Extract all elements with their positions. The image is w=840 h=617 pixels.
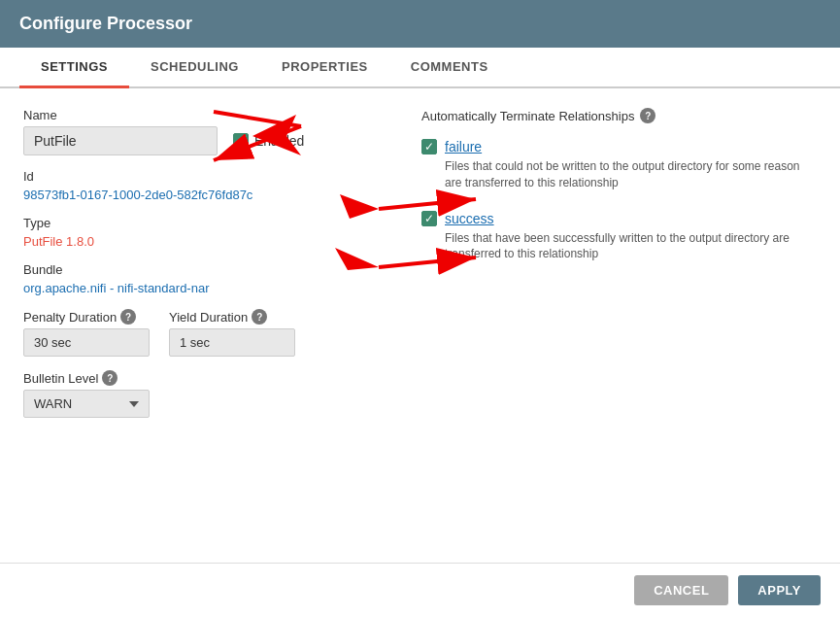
success-description: Files that have been successfully writte… [445, 230, 817, 263]
chevron-down-icon [129, 401, 139, 407]
enabled-checkbox[interactable]: ✓ [233, 133, 249, 149]
bulletin-level-select[interactable]: WARN [23, 390, 150, 418]
yield-duration-label: Yield Duration ? [169, 309, 295, 325]
dialog-body: Name ✓ Enabled Id 98573fb1-0167-1000-2de… [0, 88, 840, 563]
id-label: Id [23, 169, 392, 184]
success-checkbox[interactable]: ✓ [421, 211, 437, 226]
yield-duration-help-icon[interactable]: ? [252, 309, 267, 325]
yield-duration-group: Yield Duration ? [169, 309, 295, 357]
terminate-relationships-title: Automatically Terminate Relationships ? [421, 108, 817, 123]
failure-description: Files that could not be written to the o… [445, 158, 817, 191]
type-label: Type [23, 216, 392, 230]
cancel-button[interactable]: CANCEL [634, 575, 728, 605]
tab-comments[interactable]: COMMENTS [389, 48, 510, 88]
duration-row: Penalty Duration ? Yield Duration ? [23, 309, 392, 357]
relationship-failure: ✓ failure Files that could not be writte… [421, 139, 817, 191]
right-panel: Automatically Terminate Relationships ? … [421, 108, 817, 543]
type-value: PutFile 1.8.0 [23, 234, 392, 249]
type-field-group: Type PutFile 1.8.0 [23, 216, 392, 249]
enabled-label: ✓ Enabled [233, 133, 304, 149]
penalty-duration-label: Penalty Duration ? [23, 309, 150, 325]
dialog-title: Configure Processor [19, 14, 192, 33]
bulletin-level-value: WARN [34, 396, 72, 411]
bulletin-level-group: Bulletin Level ? WARN [23, 370, 392, 418]
tab-properties[interactable]: PROPERTIES [260, 48, 389, 88]
bundle-value: org.apache.nifi - nifi-standard-nar [23, 281, 392, 295]
name-row: ✓ Enabled [23, 126, 392, 155]
penalty-duration-help-icon[interactable]: ? [120, 309, 136, 325]
apply-button[interactable]: APPLY [738, 575, 821, 605]
relationship-success-header: ✓ success [421, 211, 817, 226]
bundle-field-group: Bundle org.apache.nifi - nifi-standard-n… [23, 262, 392, 295]
left-panel: Name ✓ Enabled Id 98573fb1-0167-1000-2de… [23, 108, 392, 543]
relationship-success: ✓ success Files that have been successfu… [421, 211, 817, 263]
failure-name: failure [445, 139, 482, 154]
dialog-header: Configure Processor [0, 0, 840, 48]
dialog-footer: CANCEL APPLY [0, 563, 840, 617]
relationships-help-icon[interactable]: ? [640, 108, 655, 123]
tab-scheduling[interactable]: SCHEDULING [129, 48, 260, 88]
id-value: 98573fb1-0167-1000-2de0-582fc76fd87c [23, 188, 392, 202]
penalty-duration-input[interactable] [23, 328, 150, 357]
name-input[interactable] [23, 126, 218, 155]
name-label: Name [23, 108, 392, 122]
name-field-group: Name ✓ Enabled [23, 108, 392, 155]
failure-checkbox[interactable]: ✓ [421, 139, 437, 154]
id-field-group: Id 98573fb1-0167-1000-2de0-582fc76fd87c [23, 169, 392, 202]
yield-duration-input[interactable] [169, 328, 295, 357]
penalty-duration-group: Penalty Duration ? [23, 309, 150, 357]
bulletin-level-label: Bulletin Level ? [23, 370, 392, 386]
success-name: success [445, 211, 494, 226]
relationship-failure-header: ✓ failure [421, 139, 817, 154]
bulletin-level-help-icon[interactable]: ? [102, 370, 118, 386]
tab-settings[interactable]: SETTINGS [19, 48, 129, 88]
bundle-label: Bundle [23, 262, 392, 277]
tab-bar: SETTINGS SCHEDULING PROPERTIES COMMENTS [0, 48, 840, 88]
